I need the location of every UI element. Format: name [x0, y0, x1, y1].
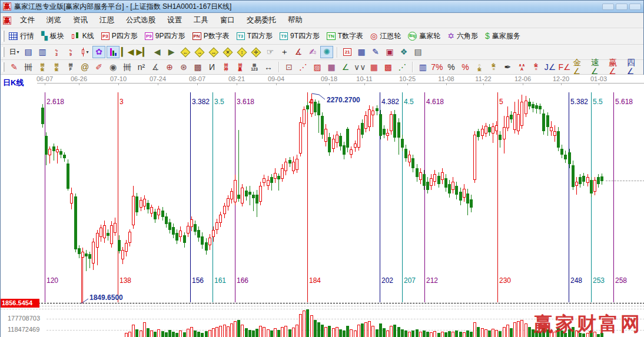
print-button[interactable]: ▤ — [411, 46, 424, 58]
info-panel-button[interactable]: ▥ — [36, 46, 49, 58]
angle-a-button[interactable]: ∡ — [149, 61, 162, 74]
gann-shape-button[interactable]: ✿ — [92, 46, 105, 58]
candlestick[interactable] — [314, 102, 317, 112]
menu-item-formula-stock-pick[interactable]: 公式选股 — [120, 15, 161, 25]
region-select-button[interactable]: ✍ — [306, 46, 319, 58]
candlestick[interactable] — [510, 115, 513, 119]
candlestick[interactable] — [528, 102, 531, 106]
candlestick[interactable] — [223, 206, 226, 214]
candlestick[interactable] — [430, 178, 433, 186]
candlestick[interactable] — [452, 182, 454, 190]
candlestick[interactable] — [397, 122, 400, 138]
candlestick[interactable] — [379, 114, 382, 136]
chart-area[interactable]: 日K线 06-0706-2607-1007-2408-0708-2109-040… — [1, 75, 644, 337]
candlestick[interactable] — [267, 180, 270, 186]
candlestick[interactable] — [245, 191, 248, 196]
draw-pen-button[interactable]: ✎ — [8, 61, 21, 74]
percent-line-button[interactable]: % — [459, 61, 472, 74]
candlestick[interactable] — [572, 165, 575, 187]
candlestick[interactable] — [419, 172, 422, 180]
candlestick[interactable] — [74, 196, 77, 249]
candlestick[interactable] — [59, 151, 62, 155]
last-page-button[interactable]: ▶▎ — [136, 46, 150, 58]
sectors-button[interactable]: ▚板块 — [41, 31, 64, 41]
marker-pen-button[interactable]: ✐ — [92, 61, 105, 74]
gann-time-line[interactable] — [591, 92, 592, 302]
candlestick[interactable] — [324, 129, 327, 142]
candlestick[interactable] — [132, 196, 135, 225]
candlestick[interactable] — [525, 101, 527, 114]
minimize-button[interactable] — [602, 4, 614, 10]
p-number-table-button[interactable]: PNP数字表 — [192, 31, 230, 41]
compass-button[interactable]: ⊕ — [163, 61, 176, 74]
candlestick[interactable] — [208, 238, 211, 245]
close-button[interactable] — [629, 4, 641, 10]
grid-red-button[interactable]: ▦ — [367, 61, 380, 74]
candlestick[interactable] — [426, 182, 429, 190]
menu-item-news[interactable]: 资讯 — [67, 15, 94, 25]
candlestick[interactable] — [535, 105, 538, 109]
candlestick[interactable] — [401, 139, 404, 148]
percent-7-button[interactable]: 7% — [430, 61, 443, 74]
notes-button[interactable]: ✎ — [369, 46, 382, 58]
ma-9-button[interactable]: ∿9 — [64, 46, 77, 58]
candlestick[interactable] — [56, 149, 59, 152]
candlestick[interactable] — [539, 106, 542, 109]
candlestick[interactable] — [299, 122, 302, 154]
menu-item-window[interactable]: 窗口 — [214, 15, 241, 25]
candlestick[interactable] — [364, 115, 367, 129]
fan-square-button[interactable]: ▨ — [311, 61, 324, 74]
gann-time-line[interactable] — [402, 92, 403, 302]
candlestick[interactable] — [252, 195, 255, 198]
fence-plain-button[interactable]: 卌 — [121, 61, 134, 74]
gann-time-line[interactable] — [213, 92, 213, 302]
menu-item-file[interactable]: 文件 — [14, 15, 41, 25]
candlestick[interactable] — [183, 235, 186, 243]
ma-3-button[interactable]: ∿3 — [50, 46, 63, 58]
candlestick[interactable] — [350, 149, 353, 155]
candlestick[interactable] — [404, 149, 407, 158]
candlestick[interactable] — [376, 108, 379, 111]
9t-square-button[interactable]: T99T四方形 — [280, 31, 320, 41]
candlestick[interactable] — [328, 137, 331, 152]
grid-123-button[interactable]: ▦123 — [248, 61, 261, 74]
export-button[interactable]: ❖ — [397, 46, 410, 58]
candlestick[interactable] — [321, 116, 324, 135]
candlestick[interactable] — [165, 216, 168, 224]
candlestick[interactable] — [416, 168, 419, 177]
candlestick[interactable] — [281, 168, 284, 179]
toolbar-grip[interactable] — [2, 31, 5, 42]
winner-wheel-button[interactable]: Big赢家轮 — [408, 31, 440, 41]
candlestick[interactable] — [227, 198, 230, 206]
candlestick[interactable] — [517, 114, 520, 131]
gold-line-red-button[interactable]: 金≡ — [529, 61, 542, 74]
candlestick[interactable] — [63, 155, 66, 158]
pulse-button[interactable]: И — [205, 61, 218, 74]
menu-item-settings[interactable]: 设置 — [161, 15, 188, 25]
candlestick[interactable] — [234, 180, 237, 202]
win-fence-button[interactable]: 卌赢 — [234, 61, 247, 74]
t-number-table-button[interactable]: TNT数字表 — [327, 31, 363, 41]
candlestick[interactable] — [248, 192, 251, 195]
candlestick[interactable] — [263, 178, 265, 183]
candlestick[interactable] — [201, 236, 204, 245]
compress-horizontal-button[interactable]: ✕ — [221, 46, 234, 58]
menu-item-tools[interactable]: 工具 — [188, 15, 214, 25]
drag-hand-button[interactable]: ☞ — [264, 46, 277, 58]
candlestick[interactable] — [179, 231, 182, 237]
turning-pen-button[interactable]: ✒ — [501, 61, 514, 74]
candlestick[interactable] — [274, 173, 277, 179]
candlestick[interactable] — [303, 109, 306, 124]
candlestick[interactable] — [78, 248, 81, 254]
gann-time-line[interactable] — [307, 92, 308, 302]
candlestick[interactable] — [568, 152, 571, 164]
candlestick[interactable] — [423, 174, 426, 186]
gold-lines-button[interactable]: 金≡ — [487, 61, 500, 74]
candlestick[interactable] — [215, 222, 218, 230]
toolbar-grip[interactable] — [2, 47, 5, 58]
gold-angle-button[interactable]: 金∠ — [572, 61, 589, 74]
candlestick[interactable] — [99, 228, 102, 237]
crosshair-button[interactable]: ＋ — [278, 46, 291, 58]
candlestick[interactable] — [354, 144, 357, 148]
candlestick[interactable] — [448, 184, 451, 193]
